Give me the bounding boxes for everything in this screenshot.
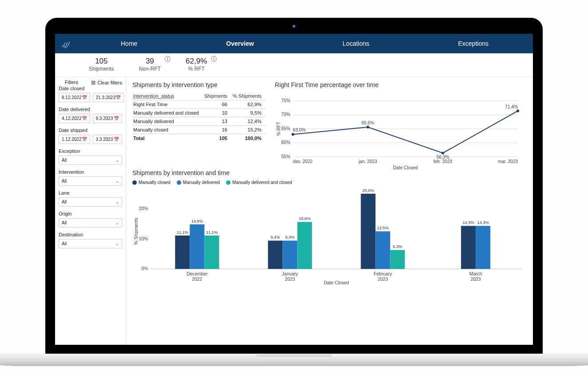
legend-manually-delivered-closed[interactable]: Manually delivered and closed <box>226 180 292 185</box>
calendar-icon: 📅 <box>82 137 87 142</box>
svg-text:11,1%: 11,1% <box>177 230 188 235</box>
kpi-nonrft-label: Non-RFT <box>139 66 161 72</box>
svg-text:Date Closed: Date Closed <box>324 280 349 285</box>
kpi-row: 105 Shipments i 39 Non-RFT i 62,9% % RFT <box>55 53 533 77</box>
svg-text:10%: 10% <box>139 236 148 241</box>
svg-rect-52 <box>461 226 476 269</box>
svg-rect-54 <box>476 226 490 269</box>
eraser-icon: ▥ <box>91 80 95 85</box>
svg-text:0%: 0% <box>141 266 148 271</box>
svg-text:% Shipments: % Shipments <box>134 218 139 245</box>
kpi-nonrft: i 39 Non-RFT <box>127 53 173 76</box>
date-closed-from[interactable]: 8.12.2022📅 <box>59 93 90 102</box>
date-shipped-label: Date shipped <box>59 128 122 133</box>
calendar-icon: 📅 <box>115 95 121 100</box>
app-viewport: Home Overview Locations Exceptions 105 S… <box>55 34 533 345</box>
legend-manually-closed[interactable]: Manually closed <box>132 180 171 185</box>
svg-text:March: March <box>469 271 482 276</box>
svg-text:mar. 2023: mar. 2023 <box>498 159 518 164</box>
svg-point-19 <box>516 110 519 112</box>
chevron-down-icon: ⌄ <box>115 241 119 246</box>
origin-select[interactable]: All⌄ <box>59 218 122 227</box>
svg-text:des. 2022: des. 2022 <box>293 159 313 164</box>
svg-text:14,8%: 14,8% <box>191 219 203 223</box>
kpi-shipments: 105 Shipments <box>76 53 127 76</box>
svg-text:15,6%: 15,6% <box>299 216 310 221</box>
destination-select[interactable]: All⌄ <box>59 239 122 248</box>
lane-label: Lane <box>59 190 122 195</box>
svg-text:6,3%: 6,3% <box>393 244 402 249</box>
svg-text:jan. 2023: jan. 2023 <box>358 159 377 164</box>
nav-locations[interactable]: Locations <box>337 36 376 52</box>
nav-overview[interactable]: Overview <box>220 36 260 52</box>
laptop-base <box>0 354 588 366</box>
svg-rect-30 <box>190 224 204 269</box>
svg-text:2023: 2023 <box>378 277 388 282</box>
col-intervention[interactable]: intervention_status <box>132 92 203 100</box>
svg-text:9,4%: 9,4% <box>270 235 280 239</box>
calendar-icon: 📅 <box>82 95 87 100</box>
chevron-down-icon: ⌄ <box>115 199 119 204</box>
date-delivered-to[interactable]: 9.3.2023📅 <box>93 114 123 123</box>
date-delivered-from[interactable]: 4.12.2022📅 <box>59 114 90 123</box>
intervention-table: intervention_status Shipments % Shipment… <box>132 92 266 142</box>
kpi-shipments-label: Shipments <box>89 66 114 72</box>
svg-text:2023: 2023 <box>471 277 481 282</box>
svg-text:February: February <box>373 271 392 276</box>
table-row[interactable]: Manually closed1615,2% <box>132 126 266 134</box>
svg-text:71,4%: 71,4% <box>505 104 518 109</box>
svg-text:63,0%: 63,0% <box>293 128 306 132</box>
calendar-icon: 📅 <box>82 116 87 121</box>
rft-line-chart[interactable]: 55%60%65%70%75%63,0%des. 202265,6%jan. 2… <box>275 92 527 176</box>
calendar-icon: 📅 <box>114 116 119 121</box>
svg-text:60%: 60% <box>281 140 290 145</box>
svg-rect-44 <box>361 194 375 269</box>
nav-exceptions[interactable]: Exceptions <box>452 36 495 52</box>
intervention-select[interactable]: All⌄ <box>59 176 122 186</box>
svg-text:70%: 70% <box>281 112 290 117</box>
svg-text:20%: 20% <box>139 206 148 211</box>
svg-rect-28 <box>175 235 190 269</box>
nav-home[interactable]: Home <box>115 36 143 52</box>
col-pct[interactable]: % Shipments <box>232 92 266 100</box>
info-icon[interactable]: i <box>165 56 171 62</box>
table-row[interactable]: Right First Time6662,9% <box>132 100 266 109</box>
date-closed-to[interactable]: 21.3.2023📅 <box>93 93 124 102</box>
chevron-down-icon: ⌄ <box>115 220 119 225</box>
table-row[interactable]: Manually delivered1312,4% <box>132 117 266 126</box>
destination-label: Destination <box>59 232 122 237</box>
app-logo <box>55 38 76 49</box>
table-row[interactable]: Manually delivered and closed109,5% <box>132 109 266 117</box>
intervention-table-title: Shipments by intervention type <box>132 81 266 88</box>
svg-text:2023: 2023 <box>285 277 295 282</box>
chevron-down-icon: ⌄ <box>115 158 119 163</box>
svg-text:11,1%: 11,1% <box>206 230 218 235</box>
svg-rect-36 <box>268 241 282 269</box>
kpi-pctrft-label: % RFT <box>186 66 207 72</box>
svg-rect-40 <box>297 222 312 269</box>
bar-chart-panel: Shipments by intervention and time Manua… <box>132 169 527 286</box>
svg-text:feb. 2023: feb. 2023 <box>433 159 453 164</box>
date-closed-label: Date closed <box>59 86 84 91</box>
legend-manually-delivered[interactable]: Manually delivered <box>177 180 220 185</box>
top-nav: Home Overview Locations Exceptions <box>55 34 533 53</box>
svg-text:65,6%: 65,6% <box>362 120 374 125</box>
svg-text:9,4%: 9,4% <box>285 235 294 239</box>
intervention-bar-chart[interactable]: 0%10%20%11,1%14,8%11,1%December20229,4%9… <box>132 188 527 286</box>
info-icon[interactable]: i <box>211 56 217 62</box>
date-shipped-to[interactable]: 3.3.2023📅 <box>93 135 123 144</box>
kpi-shipments-value: 105 <box>89 57 114 66</box>
lane-select[interactable]: All⌄ <box>59 197 122 207</box>
col-shipments[interactable]: Shipments <box>203 92 232 100</box>
svg-text:65%: 65% <box>281 126 290 131</box>
svg-rect-46 <box>376 231 390 269</box>
date-shipped-from[interactable]: 1.12.2022📅 <box>59 135 90 144</box>
svg-text:14,3%: 14,3% <box>462 220 474 225</box>
svg-text:Date Closed: Date Closed <box>393 165 418 170</box>
kpi-nonrft-value: 39 <box>139 57 161 66</box>
svg-rect-32 <box>204 235 219 269</box>
clear-filters-button[interactable]: ▥ Clear filters <box>91 80 122 85</box>
svg-text:75%: 75% <box>281 98 290 103</box>
exception-select[interactable]: All⌄ <box>59 156 122 165</box>
svg-point-13 <box>366 126 369 128</box>
